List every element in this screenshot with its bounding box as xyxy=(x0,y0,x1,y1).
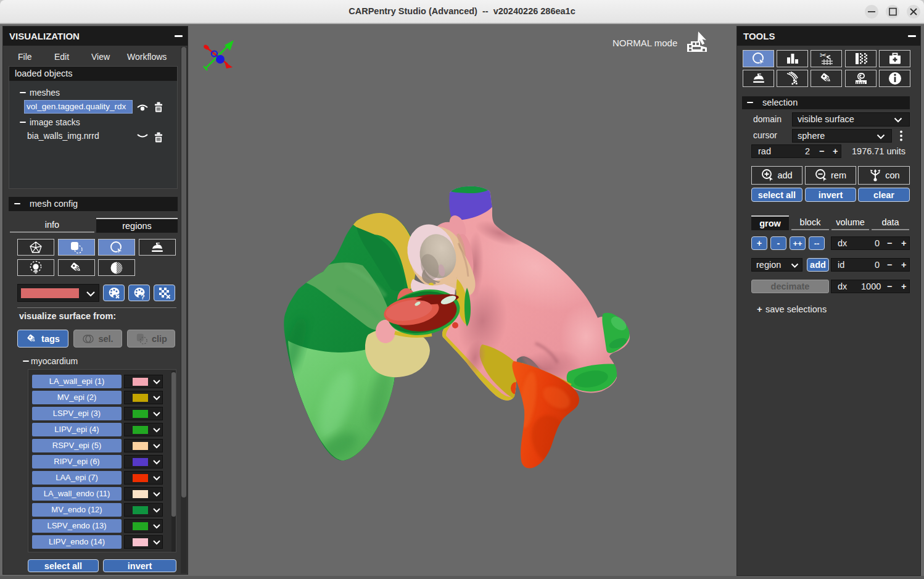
svg-text:✂: ✂ xyxy=(820,51,827,60)
svg-text:?: ? xyxy=(141,293,145,301)
